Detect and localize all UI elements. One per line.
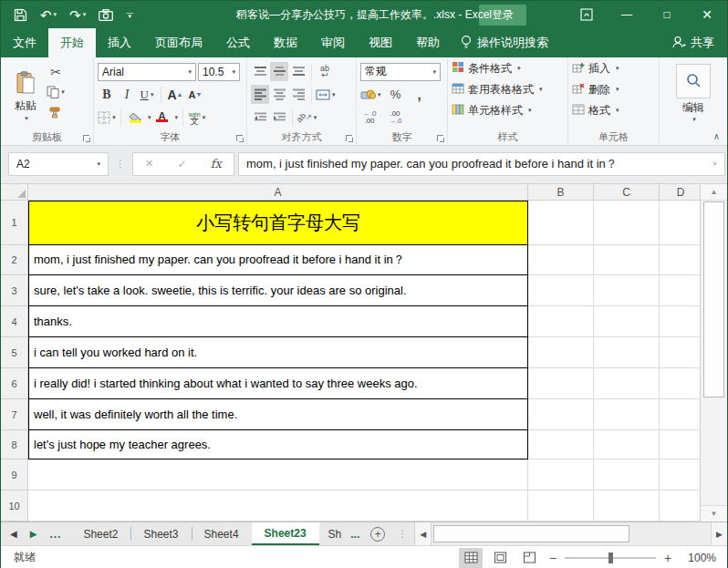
cut-icon[interactable]: ✂ [47, 64, 65, 80]
horizontal-scrollbar[interactable]: ◀ ▶ [414, 522, 727, 545]
cell-a2[interactable]: mom, i just finished my paper. can you p… [28, 245, 528, 275]
accounting-format-button[interactable]: ▾ [360, 85, 381, 104]
font-name-combo[interactable]: Arial▾ [98, 63, 196, 81]
tab-help[interactable]: 帮助 [404, 28, 452, 57]
editing-dropdown-arrow[interactable]: ▾ [692, 116, 696, 123]
enter-icon[interactable]: ✓ [178, 158, 187, 170]
cell-b3[interactable] [528, 275, 594, 306]
cell-a9[interactable] [28, 460, 528, 491]
cell-d1[interactable] [660, 201, 702, 245]
column-header-a[interactable]: A [28, 184, 528, 201]
cell-c5[interactable] [594, 337, 660, 368]
share-button[interactable]: 共享 [660, 28, 727, 57]
increase-font-size-button[interactable]: A▲ [166, 85, 184, 104]
row-header-8[interactable]: 8 [1, 430, 28, 460]
cell-c6[interactable] [594, 368, 660, 399]
zoom-out-button[interactable]: − [546, 551, 559, 565]
merge-center-button[interactable]: ▾ [316, 85, 336, 104]
phonetic-dropdown-arrow[interactable]: ▾ [203, 114, 206, 121]
cell-c1[interactable] [594, 201, 660, 245]
formula-input[interactable]: mom, i just finished my paper. can you p… [238, 152, 725, 176]
bottom-align-button[interactable] [289, 62, 307, 81]
phonetic-guide-button[interactable]: wén文 ▾ [188, 108, 206, 127]
font-dialog-launcher[interactable] [236, 135, 244, 143]
scroll-down-icon[interactable]: ▼ [701, 505, 727, 522]
page-layout-view-icon[interactable] [488, 548, 512, 568]
ribbon-display-options-icon[interactable] [567, 1, 607, 28]
percent-style-button[interactable]: % [387, 85, 405, 104]
insert-cells-button[interactable]: 插入▾ [572, 59, 655, 77]
row-header-1[interactable]: 1 [1, 201, 28, 245]
tab-page-layout[interactable]: 页面布局 [143, 28, 214, 57]
conditional-formatting-button[interactable]: 条件格式▾ [452, 59, 564, 77]
delete-cells-button[interactable]: 删除▾ [572, 80, 655, 98]
format-as-table-button[interactable]: 套用表格格式▾ [452, 80, 564, 98]
clipboard-dialog-launcher[interactable] [83, 135, 91, 143]
fill-color-dropdown-arrow[interactable]: ▾ [148, 114, 151, 121]
increase-decimal-button[interactable]: ←.0.00 [360, 108, 379, 127]
merge-dropdown-arrow[interactable]: ▾ [332, 91, 336, 98]
tab-file[interactable]: 文件 [1, 28, 48, 57]
minimize-button[interactable]: — [607, 1, 647, 28]
cell-a1[interactable]: 小写转句首字母大写 [28, 201, 528, 245]
cell-b4[interactable] [528, 306, 594, 337]
tab-formulas[interactable]: 公式 [214, 28, 262, 57]
row-header-9[interactable]: 9 [1, 460, 28, 491]
copy-icon[interactable]: ▾ [47, 84, 65, 100]
cell-b1[interactable] [528, 201, 594, 245]
tab-data[interactable]: 数据 [262, 28, 309, 57]
cell-d7[interactable] [660, 399, 702, 430]
sheet-tab-sheet23[interactable]: Sheet23 [252, 522, 319, 545]
tab-bar-splitter[interactable]: ⋮ [392, 522, 412, 545]
column-header-c[interactable]: C [594, 184, 660, 201]
vertical-scroll-thumb[interactable] [703, 201, 724, 398]
zoom-in-button[interactable]: + [661, 551, 674, 565]
row-header-3[interactable]: 3 [1, 275, 28, 306]
cell-c4[interactable] [594, 306, 660, 337]
cell-b8[interactable] [528, 430, 594, 460]
tab-home[interactable]: 开始 [48, 28, 96, 57]
cell-a10[interactable] [28, 491, 528, 522]
format-cells-button[interactable]: 格式▾ [572, 101, 655, 119]
cell-a6[interactable]: i really did! i started thinking about w… [28, 368, 528, 399]
cell-d2[interactable] [660, 245, 702, 275]
cell-b6[interactable] [528, 368, 594, 399]
cell-b5[interactable] [528, 337, 594, 368]
cell-d10[interactable] [660, 491, 702, 522]
cell-a3[interactable]: sure, let's take a look. sweetie, this i… [28, 275, 528, 306]
paste-button[interactable]: 粘贴 ▾ [5, 60, 47, 130]
formula-bar-splitter[interactable]: ⋮ [116, 159, 125, 169]
page-break-view-icon[interactable] [517, 548, 541, 568]
column-header-b[interactable]: B [528, 184, 594, 201]
find-select-button[interactable] [676, 64, 711, 98]
select-all-corner[interactable] [1, 184, 28, 201]
borders-dropdown-arrow[interactable]: ▾ [112, 114, 116, 121]
orientation-dropdown-arrow[interactable]: ▾ [314, 114, 317, 121]
cell-c9[interactable] [594, 460, 660, 491]
cell-c7[interactable] [594, 399, 660, 430]
align-left-button[interactable] [251, 85, 269, 104]
sheet-tab-partial[interactable]: Sh [319, 522, 348, 545]
number-dialog-launcher[interactable] [437, 135, 445, 143]
name-box[interactable]: A2 ▾ [8, 152, 109, 176]
bold-button[interactable]: B [98, 85, 116, 104]
sheet-nav-right-icon[interactable]: ▶ [30, 529, 37, 539]
cell-c10[interactable] [594, 491, 660, 522]
comma-style-button[interactable]: , [411, 85, 429, 104]
cell-a8[interactable]: let's just hope my teacher agrees. [28, 430, 528, 460]
sheet-tab-sheet4[interactable]: Sheet4 [192, 522, 252, 545]
row-header-5[interactable]: 5 [1, 337, 28, 368]
tab-view[interactable]: 视图 [357, 28, 404, 57]
normal-view-icon[interactable] [459, 548, 483, 568]
row-header-10[interactable]: 10 [1, 491, 28, 522]
borders-button[interactable]: ▾ [98, 108, 116, 127]
close-button[interactable]: ✕ [687, 1, 727, 28]
top-align-button[interactable] [251, 62, 269, 81]
align-right-button[interactable] [289, 85, 307, 104]
cell-d9[interactable] [660, 460, 702, 491]
sheet-tab-sheet3[interactable]: Sheet3 [130, 522, 191, 545]
font-color-button[interactable]: A [153, 108, 172, 127]
italic-button[interactable]: I [118, 85, 136, 104]
scroll-up-icon[interactable]: ▲ [701, 184, 727, 201]
cell-c3[interactable] [594, 275, 660, 306]
